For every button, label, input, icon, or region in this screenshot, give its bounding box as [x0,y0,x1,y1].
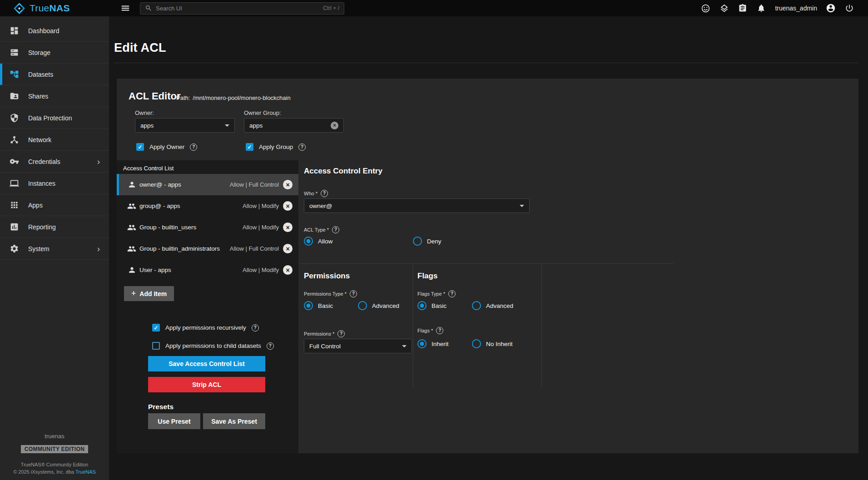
sidebar-item-reporting[interactable]: Reporting [0,216,109,238]
acl-entry-who: Group - builtin_users [139,224,196,231]
global-search-box[interactable]: Ctrl + / [140,2,344,15]
help-icon[interactable]: ? [332,226,339,233]
clear-icon[interactable]: × [331,122,338,129]
sidebar-item-network[interactable]: Network [0,129,109,151]
sidebar-item-label: Datasets [28,71,53,78]
truecommand-stack-icon[interactable] [719,3,729,13]
column-divider [541,264,542,387]
who-select[interactable]: owner@ [304,198,530,213]
apply-child-datasets-checkbox-row[interactable]: Apply permissions to child datasets ? [152,342,274,350]
acl-entry-row[interactable]: User - apps Allow | Modify× [117,259,298,281]
strip-acl-button[interactable]: Strip ACL [148,377,265,392]
radio-circle [413,237,422,246]
jobs-clipboard-icon[interactable] [738,3,748,13]
section-divider [299,263,674,264]
key-icon [9,156,20,167]
main-content: Edit ACL ACL Editor Path: /mnt/monero-po… [109,16,868,480]
permissions-type-label: Permissions Type * [304,291,347,297]
radio-circle [358,301,367,310]
radio-label: Advanced [486,302,513,309]
community-edition-badge: COMMUNITY EDITION [21,445,89,453]
truenas-logo[interactable]: TrueNAS [0,2,109,15]
group-icon [127,202,136,211]
apply-owner-checkbox-row[interactable]: ✓ Apply Owner ? [136,143,197,151]
help-icon[interactable]: ? [436,327,443,334]
help-icon[interactable]: ? [252,324,259,332]
power-icon[interactable] [844,3,854,13]
hamburger-menu-icon[interactable] [120,3,131,14]
apply-owner-checkbox[interactable]: ✓ [136,143,144,151]
help-icon[interactable]: ? [350,290,357,297]
apply-child-datasets-checkbox[interactable] [152,342,160,350]
radio-label: Deny [427,238,441,245]
save-acl-button[interactable]: Save Access Control List [148,356,265,371]
permissions-type-basic-radio[interactable]: Basic [304,301,333,310]
permissions-select[interactable]: Full Control [304,339,412,353]
delete-entry-icon[interactable]: × [283,223,293,232]
apply-group-checkbox[interactable]: ✓ [246,143,253,151]
help-icon[interactable]: ? [448,290,456,297]
logged-in-username: truenas_admin [775,5,817,12]
delete-entry-icon[interactable]: × [283,265,293,275]
truenas-link[interactable]: TrueNAS [75,469,96,475]
sidebar: Dashboard Storage Datasets Shares Data P… [0,16,109,480]
radio-circle [304,237,313,246]
permissions-type-advanced-radio[interactable]: Advanced [358,301,399,310]
copyright-label: © 2025 iXsystems, Inc. dba TrueNAS [0,469,109,475]
permissions-value: Full Control [309,343,341,350]
ace-heading: Access Control Entry [304,167,382,176]
flags-label-row: Flags * ? [417,327,443,334]
feedback-smiley-icon[interactable] [700,3,710,13]
help-icon[interactable]: ? [298,144,306,151]
radio-label: Basic [432,302,446,309]
apply-group-label: Apply Group [259,144,293,150]
sidebar-item-apps[interactable]: Apps [0,194,109,216]
save-as-preset-button[interactable]: Save As Preset [203,413,265,429]
apply-recursive-checkbox[interactable]: ✓ [152,324,160,332]
sidebar-item-instances[interactable]: Instances [0,173,109,194]
sidebar-item-dashboard[interactable]: Dashboard [0,20,109,42]
storage-icon [9,47,20,58]
radio-label: Basic [318,302,333,309]
acl-editor-heading: ACL Editor [129,90,180,102]
sidebar-item-data-protection[interactable]: Data Protection [0,107,109,129]
acl-entry-who: Group - builtin_administrators [139,245,220,252]
use-preset-button[interactable]: Use Preset [148,413,200,429]
apply-group-checkbox-row[interactable]: ✓ Apply Group ? [246,143,306,151]
acl-type-deny-radio[interactable]: Deny [413,237,441,246]
flags-type-advanced-radio[interactable]: Advanced [472,301,513,310]
acl-entry-row[interactable]: owner@ - apps Allow | Full Control× [117,174,298,195]
acl-list-panel: Access Control List owner@ - apps Allow … [117,160,298,453]
help-icon[interactable]: ? [321,190,328,197]
sidebar-item-system[interactable]: System › [0,238,109,260]
alerts-bell-icon[interactable] [756,3,766,13]
sidebar-item-shares[interactable]: Shares [0,85,109,107]
flags-inherit-radio[interactable]: Inherit [417,339,449,348]
flags-no-inherit-radio[interactable]: No Inherit [472,339,513,348]
add-item-button[interactable]: + Add Item [124,286,174,301]
search-input[interactable] [156,5,319,12]
help-icon[interactable]: ? [190,144,197,151]
acl-editor-card: ACL Editor Path: /mnt/monero-pool/monero… [117,79,858,453]
acl-entry-row[interactable]: Group - builtin_users Allow | Modify× [117,217,298,238]
acl-entry-permission: Allow | Full Control [230,245,279,252]
owner-select[interactable]: apps [135,118,235,133]
user-avatar-icon[interactable] [826,3,836,13]
sidebar-item-label: Data Protection [28,114,72,122]
help-icon[interactable]: ? [267,342,274,350]
acl-entry-row[interactable]: Group - builtin_administrators Allow | F… [117,238,298,259]
sidebar-item-credentials[interactable]: Credentials › [0,151,109,173]
search-shortcut-hint: Ctrl + / [323,5,339,11]
acl-entry-row[interactable]: group@ - apps Allow | Modify× [117,195,298,217]
delete-entry-icon[interactable]: × [283,244,293,253]
acl-entry-who: owner@ - apps [139,181,181,188]
sidebar-item-datasets[interactable]: Datasets [0,64,109,85]
delete-entry-icon[interactable]: × [283,201,293,211]
apply-recursive-checkbox-row[interactable]: ✓ Apply permissions recursively ? [152,324,259,332]
sidebar-item-storage[interactable]: Storage [0,42,109,64]
owner-group-input[interactable]: apps × [244,118,344,133]
help-icon[interactable]: ? [337,330,345,337]
flags-type-basic-radio[interactable]: Basic [417,301,446,310]
acl-type-allow-radio[interactable]: Allow [304,237,332,246]
delete-entry-icon[interactable]: × [283,180,293,189]
